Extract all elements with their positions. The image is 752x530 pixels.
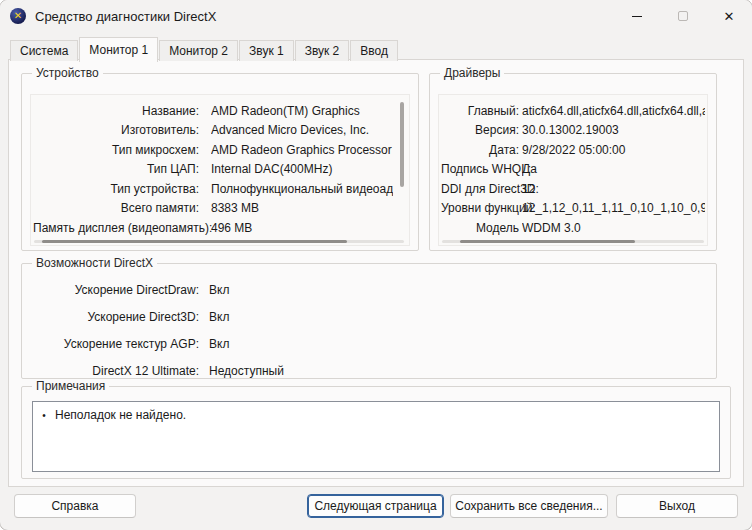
driver-row-label: Дата: [441, 143, 519, 157]
driver-row-value: Да [522, 162, 705, 176]
feature-row-direct3d: Ускорение Direct3D: Вкл [32, 303, 706, 330]
device-group-legend: Устройство [32, 66, 103, 80]
directx-features-group: Возможности DirectX Ускорение DirectDraw… [21, 263, 717, 379]
close-icon: ✕ [724, 10, 735, 23]
device-row-display-memory: Память дисплея (видеопамять): 496 MB [33, 218, 393, 238]
driver-row-version: Версия: 30.0.13002.19003 [441, 121, 705, 141]
driver-row-label: Модель [441, 221, 519, 235]
device-row-manufacturer: Изготовитель: Advanced Micro Devices, In… [33, 121, 393, 141]
driver-row-value: aticfx64.dll,aticfx64.dll,aticfx64.dll,a… [522, 104, 705, 118]
feature-row-directdraw: Ускорение DirectDraw: Вкл [32, 276, 706, 303]
drivers-group: Драйверы Главный: aticfx64.dll,aticfx64.… [429, 73, 717, 251]
tab-strip: Система Монитор 1 Монитор 2 Звук 1 Звук … [10, 37, 399, 61]
driver-row-value: 30.0.13002.19003 [522, 123, 705, 137]
driver-row-value: 9/28/2022 05:00:00 [522, 143, 705, 157]
device-vertical-scrollbar[interactable] [400, 102, 404, 187]
next-page-button[interactable]: Следующая страница [307, 494, 444, 518]
driver-row-feature-levels: Уровни функций: 12_1,12_0,11_1,11_0,10_1… [441, 199, 705, 219]
tab-input[interactable]: Ввод [350, 40, 398, 61]
feature-row-label: DirectX 12 Ultimate: [32, 364, 199, 378]
drivers-horizontal-scrollbar[interactable] [442, 240, 704, 243]
device-row-total-memory: Всего памяти: 8383 MB [33, 199, 393, 219]
notes-listbox[interactable]: • Неполадок не найдено. [32, 401, 720, 472]
device-horizontal-scrollbar[interactable] [34, 240, 404, 243]
directx-app-icon: ✕ [10, 8, 26, 24]
driver-row-label: Уровни функций: [441, 201, 519, 215]
device-row-value: 496 MB [211, 221, 393, 235]
drivers-info-pane: Главный: aticfx64.dll,aticfx64.dll,aticf… [438, 94, 708, 246]
minimize-button[interactable] [614, 0, 660, 32]
note-item: • Неполадок не найдено. [33, 408, 719, 423]
driver-row-label: DDI для Direct3D: [441, 182, 519, 196]
device-row-value: Полнофункциональный видеоадапт [211, 182, 393, 196]
feature-row-value: Вкл [209, 283, 706, 297]
tab-page-display-1: Устройство Название: AMD Radeon(TM) Grap… [8, 59, 744, 487]
tab-display-2[interactable]: Монитор 2 [159, 40, 238, 61]
notes-group: Примечания • Неполадок не найдено. [21, 386, 731, 479]
drivers-rows: Главный: aticfx64.dll,aticfx64.dll,aticf… [441, 101, 705, 238]
feature-row-value: Вкл [209, 337, 706, 351]
title-bar: ✕ Средство диагностики DirectX ✕ [0, 0, 752, 32]
tab-sound-2[interactable]: Звук 2 [295, 40, 350, 61]
driver-row-model: Модель WDDM 3.0 [441, 218, 705, 238]
drivers-group-legend: Драйверы [440, 66, 504, 80]
device-row-label: Изготовитель: [33, 123, 199, 137]
window-controls: ✕ [614, 0, 752, 32]
tab-sound-1[interactable]: Звук 1 [239, 40, 294, 61]
driver-row-ddi: DDI для Direct3D: 12 [441, 179, 705, 199]
feature-row-label: Ускорение текстур AGP: [32, 337, 199, 351]
device-row-label: Тип ЦАП: [33, 162, 199, 176]
device-row-value: 8383 MB [211, 201, 393, 215]
save-all-information-button[interactable]: Сохранить все сведения... [450, 494, 608, 518]
driver-row-value: 12_1,12_0,11_1,11_0,10_1,10_0,9_1 [522, 201, 705, 215]
note-bullet: • [33, 408, 55, 423]
window-title: Средство диагностики DirectX [35, 9, 216, 24]
device-row-value: Internal DAC(400MHz) [211, 162, 393, 176]
driver-row-label: Главный: [441, 104, 519, 118]
directx-features-rows: Ускорение DirectDraw: Вкл Ускорение Dire… [32, 276, 706, 384]
tab-system[interactable]: Система [10, 40, 78, 61]
maximize-icon [678, 11, 688, 21]
driver-row-main: Главный: aticfx64.dll,aticfx64.dll,aticf… [441, 101, 705, 121]
device-row-value: AMD Radeon(TM) Graphics [211, 104, 393, 118]
feature-row-value: Недоступный [209, 364, 706, 378]
feature-row-label: Ускорение DirectDraw: [32, 283, 199, 297]
close-button[interactable]: ✕ [706, 0, 752, 32]
device-row-label: Название: [33, 104, 199, 118]
minimize-icon [632, 16, 642, 17]
driver-row-value: 12 [522, 182, 705, 196]
device-row-value: AMD Radeon Graphics Processor (0x1 [211, 143, 393, 157]
drivers-horizontal-scrollbar-thumb[interactable] [460, 240, 635, 243]
exit-button[interactable]: Выход [616, 494, 738, 518]
driver-row-value: WDDM 3.0 [522, 221, 705, 235]
device-row-label: Память дисплея (видеопамять): [33, 221, 199, 235]
directx-features-legend: Возможности DirectX [32, 256, 157, 270]
notes-group-legend: Примечания [32, 379, 109, 393]
maximize-button [660, 0, 706, 32]
driver-row-whql: Подпись WHQL: Да [441, 160, 705, 180]
device-horizontal-scrollbar-thumb[interactable] [42, 240, 347, 243]
device-row-label: Тип устройства: [33, 182, 199, 196]
driver-row-label: Версия: [441, 123, 519, 137]
note-text: Неполадок не найдено. [55, 408, 186, 423]
driver-row-label: Подпись WHQL: [441, 162, 519, 176]
feature-row-value: Вкл [209, 310, 706, 324]
driver-row-date: Дата: 9/28/2022 05:00:00 [441, 140, 705, 160]
device-rows: Название: AMD Radeon(TM) Graphics Изгото… [33, 101, 393, 238]
device-row-label: Тип микросхем: [33, 143, 199, 157]
directx-icon-x-glyph: ✕ [14, 11, 22, 21]
device-row-device-type: Тип устройства: Полнофункциональный виде… [33, 179, 393, 199]
feature-row-label: Ускорение Direct3D: [32, 310, 199, 324]
feature-row-dx12-ultimate: DirectX 12 Ultimate: Недоступный [32, 357, 706, 384]
tab-display-1[interactable]: Монитор 1 [79, 37, 158, 62]
device-info-pane: Название: AMD Radeon(TM) Graphics Изгото… [30, 94, 410, 246]
device-row-label: Всего памяти: [33, 201, 199, 215]
device-row-dac-type: Тип ЦАП: Internal DAC(400MHz) [33, 160, 393, 180]
feature-row-agp-texture: Ускорение текстур AGP: Вкл [32, 330, 706, 357]
device-row-name: Название: AMD Radeon(TM) Graphics [33, 101, 393, 121]
device-row-value: Advanced Micro Devices, Inc. [211, 123, 393, 137]
device-group: Устройство Название: AMD Radeon(TM) Grap… [21, 73, 419, 251]
dxdiag-window: ✕ Средство диагностики DirectX ✕ Система… [0, 0, 752, 530]
help-button[interactable]: Справка [14, 494, 136, 518]
device-row-chip-type: Тип микросхем: AMD Radeon Graphics Proce… [33, 140, 393, 160]
